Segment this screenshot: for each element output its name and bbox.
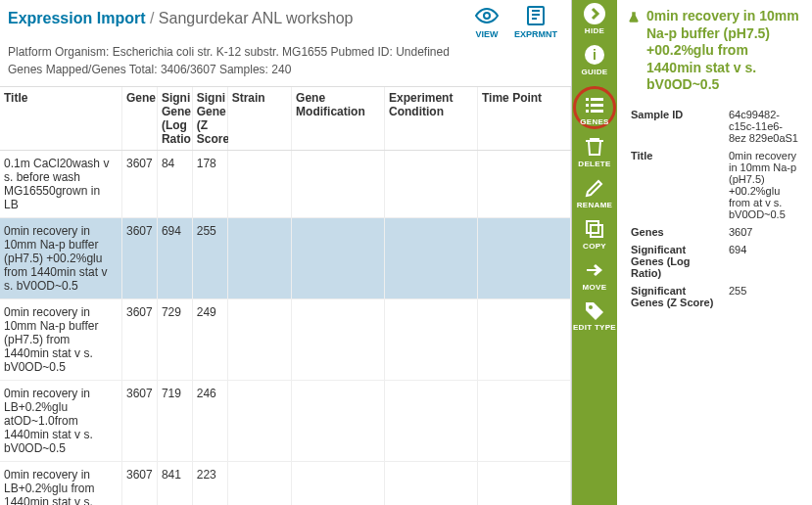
cell: 223	[192, 462, 227, 506]
svg-text:i: i	[593, 47, 597, 63]
edit-type-button[interactable]: EDIT TYPE	[573, 299, 616, 332]
copy-button[interactable]: COPY	[583, 217, 606, 251]
experiment-icon	[522, 4, 549, 27]
view-label: VIEW	[475, 29, 498, 39]
col-title[interactable]: Title	[0, 87, 122, 151]
svg-point-0	[484, 13, 490, 19]
cell: 3607	[122, 299, 158, 381]
detail-row-title: Title 0min recovery in 10mm Na-p (pH7.5)…	[627, 147, 802, 223]
eye-icon	[473, 4, 501, 27]
guide-button[interactable]: i GUIDE	[582, 43, 608, 76]
detail-panel: 0min recovery in 10mm Na-p buffer (pH7.5…	[617, 0, 812, 505]
cell	[385, 151, 478, 218]
svg-rect-6	[591, 98, 603, 101]
detail-value-sig2: 255	[725, 282, 802, 311]
cell: 729	[157, 299, 192, 381]
detail-value-sig1: 694	[725, 241, 802, 282]
cell: 3607	[122, 151, 158, 218]
flask-icon	[627, 10, 641, 25]
svg-rect-9	[586, 110, 589, 113]
rename-button[interactable]: RENAME	[577, 176, 612, 209]
table-row[interactable]: 0.1m CaCl20wash v s. before wash MG16550…	[0, 151, 571, 218]
detail-label-sig1: Significant Genes (Log Ratio)	[627, 241, 725, 282]
table-row[interactable]: 0min recovery in LB+0.2%glu atOD~1.0from…	[0, 381, 571, 462]
top-icons: VIEW EXPRMNT	[467, 4, 563, 39]
view-button[interactable]: VIEW	[467, 4, 506, 39]
cell	[478, 462, 571, 506]
detail-value-title: 0min recovery in 10mm Na-p (pH7.5) +00.2…	[725, 147, 802, 223]
cell	[292, 151, 385, 218]
col-mod[interactable]: Gene Modification	[292, 87, 385, 151]
chevron-right-icon	[583, 2, 606, 25]
col-gene[interactable]: Gene	[122, 87, 158, 151]
col-strain[interactable]: Strain	[227, 87, 291, 151]
meta-info: Platform Organism: Escherichia coli str.…	[0, 39, 571, 86]
cell	[385, 462, 478, 506]
exprmnt-label: EXPRMNT	[514, 29, 557, 39]
cell	[292, 381, 385, 462]
cell	[227, 462, 291, 506]
arrow-right-icon	[583, 258, 606, 282]
svg-rect-10	[591, 110, 603, 113]
table-row[interactable]: 0min recovery in LB+0.2%glu from 1440min…	[0, 462, 571, 506]
col-cond[interactable]: Experiment Condition	[385, 87, 478, 151]
table-row[interactable]: 0min recovery in 10mm Na-p buffer (pH7.5…	[0, 218, 571, 299]
detail-label-title: Title	[627, 147, 725, 223]
cell	[227, 218, 291, 299]
cell	[385, 299, 478, 381]
cell	[478, 381, 571, 462]
detail-label-genes: Genes	[627, 223, 725, 241]
action-bar: HIDE i GUIDE GENES DELETE RENAME COPY MO…	[572, 0, 617, 505]
cell	[227, 151, 291, 218]
cell: 0min recovery in LB+0.2%glu atOD~1.0from…	[0, 381, 122, 462]
cell	[478, 299, 571, 381]
delete-button[interactable]: DELETE	[578, 135, 610, 168]
detail-row-sig2: Significant Genes (Z Score) 255	[627, 282, 802, 311]
cell	[478, 218, 571, 299]
breadcrumb-section[interactable]: Expression Import	[8, 10, 145, 26]
col-sig-z[interactable]: SigniGene(ZScore	[192, 87, 227, 151]
move-button[interactable]: MOVE	[583, 258, 607, 292]
cell: 0min recovery in 10mm Na-p buffer (pH7.5…	[0, 218, 122, 299]
meta-line1: Platform Organism: Escherichia coli str.…	[8, 43, 563, 61]
pencil-icon	[583, 176, 606, 200]
info-icon: i	[583, 43, 606, 67]
cell: 3607	[122, 218, 158, 299]
cell: 694	[157, 218, 192, 299]
cell: 0.1m CaCl20wash v s. before wash MG16550…	[0, 151, 122, 218]
breadcrumb-sep: /	[150, 10, 154, 26]
detail-title: 0min recovery in 10mm Na-p buffer (pH7.5…	[646, 8, 802, 94]
detail-row-genes: Genes 3607	[627, 223, 802, 241]
detail-row-sampleid: Sample ID 64c99482-c15c-11e6-8ez 829e0aS…	[627, 106, 802, 147]
detail-label-sampleid: Sample ID	[627, 106, 725, 147]
main-panel: Expression Import / Sangurdekar ANL work…	[0, 0, 572, 505]
detail-title-row: 0min recovery in 10mm Na-p buffer (pH7.5…	[627, 8, 802, 94]
tag-icon	[583, 299, 606, 323]
exprmnt-button[interactable]: EXPRMNT	[508, 4, 563, 39]
detail-row-sig1: Significant Genes (Log Ratio) 694	[627, 241, 802, 282]
svg-rect-12	[587, 221, 598, 233]
detail-value-sampleid: 64c99482-c15c-11e6-8ez 829e0aS1	[725, 106, 802, 147]
cell: 3607	[122, 462, 158, 506]
cell: 255	[192, 218, 227, 299]
detail-label-sig2: Significant Genes (Z Score)	[627, 282, 725, 311]
cell	[385, 381, 478, 462]
table-wrap[interactable]: + Title Gene SigniGene(LogRatio SigniGen…	[0, 86, 571, 505]
cell	[292, 218, 385, 299]
genes-button[interactable]: GENES	[573, 86, 616, 129]
list-icon	[583, 93, 606, 116]
svg-rect-7	[586, 104, 589, 107]
cell: 249	[192, 299, 227, 381]
cell	[227, 299, 291, 381]
col-sig-log[interactable]: SigniGene(LogRatio	[157, 87, 192, 151]
detail-table: Sample ID 64c99482-c15c-11e6-8ez 829e0aS…	[627, 106, 802, 311]
col-tp[interactable]: Time Point	[478, 87, 571, 151]
svg-rect-11	[591, 225, 602, 237]
hide-button[interactable]: HIDE	[583, 2, 606, 35]
cell: 719	[157, 381, 192, 462]
table-header-row: Title Gene SigniGene(LogRatio SigniGene(…	[0, 87, 571, 151]
svg-point-2	[584, 3, 605, 24]
cell	[227, 381, 291, 462]
cell: 246	[192, 381, 227, 462]
table-row[interactable]: 0min recovery in 10mm Na-p buffer (pH7.5…	[0, 299, 571, 381]
